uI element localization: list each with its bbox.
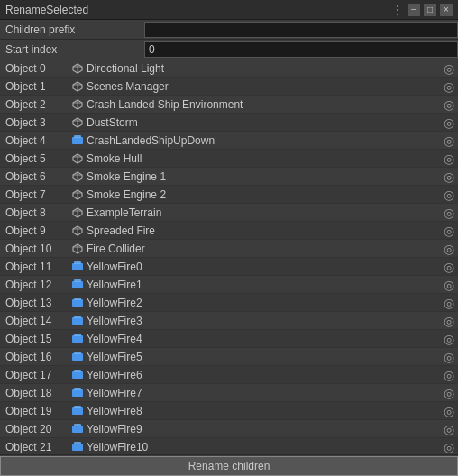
minimize-button[interactable]: − — [408, 4, 420, 16]
object-name-label: Smoke Hull — [87, 152, 142, 165]
table-row[interactable]: Object 18 YellowFire7 ◎ — [0, 384, 458, 402]
prefab-icon — [71, 441, 84, 453]
table-row[interactable]: Object 7 Smoke Engine 2 ◎ — [0, 186, 458, 204]
svg-rect-48 — [72, 407, 83, 415]
object-circle-button[interactable]: ◎ — [440, 60, 458, 78]
object-circle-button[interactable]: ◎ — [440, 78, 458, 96]
scene-icon — [71, 98, 84, 111]
object-name-label: Fire Collider — [87, 243, 145, 255]
object-circle-button[interactable]: ◎ — [440, 438, 458, 455]
object-id-label: Object 2 — [0, 98, 68, 111]
object-circle-button[interactable]: ◎ — [440, 294, 458, 312]
object-circle-button[interactable]: ◎ — [440, 96, 458, 114]
object-id-label: Object 11 — [0, 261, 68, 273]
table-row[interactable]: Object 4 CrashLandedShipUpDown ◎ — [0, 132, 458, 150]
object-circle-button[interactable]: ◎ — [440, 168, 458, 186]
table-row[interactable]: Object 21 YellowFire10 ◎ — [0, 438, 458, 454]
prefab-icon — [71, 279, 84, 291]
object-id-label: Object 5 — [0, 152, 68, 165]
rename-btn-row: Rename children — [0, 454, 458, 476]
object-circle-button[interactable]: ◎ — [440, 330, 458, 348]
object-circle-button[interactable]: ◎ — [440, 132, 458, 150]
object-circle-button[interactable]: ◎ — [440, 204, 458, 222]
title-bar: RenameSelected ⋮ − □ × — [0, 0, 458, 20]
svg-rect-34 — [72, 281, 83, 288]
object-id-label: Object 18 — [0, 387, 68, 399]
scene-icon — [71, 62, 84, 75]
svg-rect-43 — [74, 352, 81, 354]
object-circle-button[interactable]: ◎ — [440, 312, 458, 330]
table-row[interactable]: Object 0 Directional Light ◎ — [0, 60, 458, 78]
start-index-label: Start index — [0, 43, 144, 56]
object-circle-button[interactable]: ◎ — [440, 150, 458, 168]
object-circle-button[interactable]: ◎ — [440, 114, 458, 132]
object-name-label: YellowFire3 — [87, 315, 142, 327]
prefab-icon — [71, 405, 84, 417]
table-row[interactable]: Object 16 YellowFire5 ◎ — [0, 348, 458, 366]
table-row[interactable]: Object 12 YellowFire1 ◎ — [0, 276, 458, 294]
table-row[interactable]: Object 17 YellowFire6 ◎ — [0, 366, 458, 384]
table-row[interactable]: Object 10 Fire Collider ◎ — [0, 240, 458, 258]
svg-rect-39 — [74, 316, 81, 318]
table-row[interactable]: Object 9 Spreaded Fire ◎ — [0, 222, 458, 240]
object-circle-button[interactable]: ◎ — [440, 186, 458, 204]
table-row[interactable]: Object 20 YellowFire9 ◎ — [0, 420, 458, 438]
children-prefix-input[interactable] — [144, 22, 458, 38]
object-circle-button[interactable]: ◎ — [440, 384, 458, 402]
object-id-label: Object 7 — [0, 188, 68, 201]
table-row[interactable]: Object 11 YellowFire0 ◎ — [0, 258, 458, 276]
object-circle-button[interactable]: ◎ — [440, 348, 458, 366]
prefab-icon — [71, 333, 84, 345]
object-circle-button[interactable]: ◎ — [440, 240, 458, 258]
rename-children-button[interactable]: Rename children — [0, 456, 458, 476]
object-name-label: Smoke Engine 1 — [87, 170, 166, 183]
children-prefix-row: Children prefix — [0, 20, 458, 40]
object-id-label: Object 15 — [0, 333, 68, 345]
prefab-icon — [71, 369, 84, 381]
object-name-label: Spreaded Fire — [87, 224, 155, 237]
scene-icon — [71, 152, 84, 165]
children-prefix-label: Children prefix — [0, 23, 144, 36]
svg-rect-35 — [74, 279, 81, 282]
object-circle-button[interactable]: ◎ — [440, 276, 458, 294]
table-row[interactable]: Object 3 DustStorm ◎ — [0, 114, 458, 132]
svg-rect-51 — [74, 424, 81, 426]
start-index-input[interactable] — [144, 41, 458, 58]
svg-rect-49 — [74, 406, 81, 408]
svg-rect-41 — [74, 334, 81, 336]
object-id-label: Object 9 — [0, 224, 68, 237]
prefab-icon — [71, 134, 84, 147]
table-row[interactable]: Object 2 Crash Landed Ship Environment ◎ — [0, 96, 458, 114]
table-row[interactable]: Object 13 YellowFire2 ◎ — [0, 294, 458, 312]
object-name-label: YellowFire6 — [87, 369, 142, 381]
object-circle-button[interactable]: ◎ — [440, 222, 458, 240]
object-circle-button[interactable]: ◎ — [440, 402, 458, 420]
close-button[interactable]: × — [440, 4, 453, 16]
object-id-label: Object 21 — [0, 441, 68, 453]
table-row[interactable]: Object 5 Smoke Hull ◎ — [0, 150, 458, 168]
object-circle-button[interactable]: ◎ — [440, 420, 458, 438]
svg-rect-53 — [74, 442, 81, 444]
table-row[interactable]: Object 8 ExampleTerrain ◎ — [0, 204, 458, 222]
svg-rect-36 — [72, 299, 83, 307]
table-row[interactable]: Object 6 Smoke Engine 1 ◎ — [0, 168, 458, 186]
object-name-label: YellowFire8 — [87, 405, 142, 417]
prefab-icon — [71, 387, 84, 399]
table-row[interactable]: Object 15 YellowFire4 ◎ — [0, 330, 458, 348]
object-circle-button[interactable]: ◎ — [440, 258, 458, 276]
svg-rect-13 — [74, 135, 81, 138]
prefab-icon — [71, 315, 84, 327]
object-circle-button[interactable]: ◎ — [440, 366, 458, 384]
object-name-label: YellowFire5 — [87, 351, 142, 363]
table-row[interactable]: Object 19 YellowFire8 ◎ — [0, 402, 458, 420]
prefab-icon — [71, 423, 84, 435]
table-row[interactable]: Object 1 Scenes Manager ◎ — [0, 78, 458, 96]
svg-rect-37 — [74, 298, 81, 300]
scene-icon — [71, 224, 84, 237]
table-row[interactable]: Object 14 YellowFire3 ◎ — [0, 312, 458, 330]
maximize-button[interactable]: □ — [424, 4, 436, 16]
object-name-label: Crash Landed Ship Environment — [87, 98, 243, 111]
object-id-label: Object 16 — [0, 351, 68, 363]
scene-icon — [71, 243, 84, 255]
object-name-label: Directional Light — [87, 62, 164, 75]
